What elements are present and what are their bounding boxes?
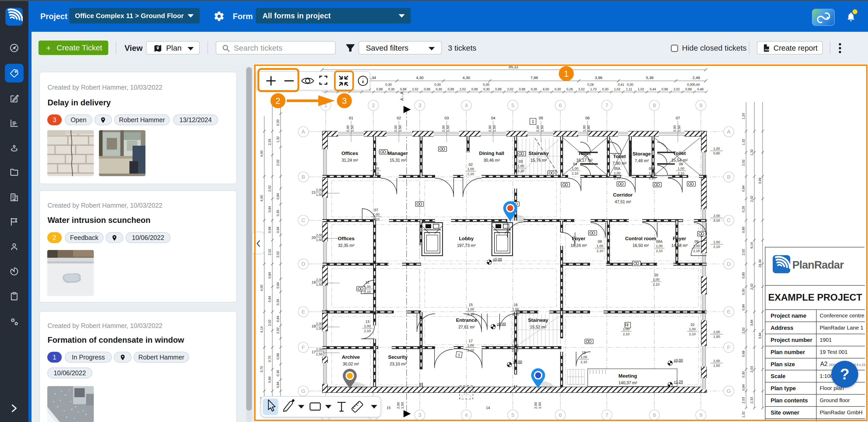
svg-text:Meeting: Meeting	[618, 373, 637, 379]
svg-text:0,99: 0,99	[685, 88, 691, 91]
svg-text:2,02: 2,02	[276, 251, 280, 258]
svg-text:2,02: 2,02	[742, 327, 745, 334]
svg-text:0,84: 0,84	[742, 384, 745, 390]
svg-text:2,10: 2,10	[512, 348, 518, 352]
svg-text:Foyer: Foyer	[572, 236, 585, 241]
svg-text:G: G	[727, 388, 731, 394]
svg-text:1,00: 1,00	[656, 244, 662, 248]
svg-text:2,10: 2,10	[364, 329, 370, 333]
svg-text:0,80: 0,80	[713, 151, 720, 155]
svg-text:1,00: 1,00	[689, 327, 695, 331]
svg-text:5: 5	[511, 412, 514, 418]
svg-text:2,10: 2,10	[653, 283, 659, 286]
svg-text:A: A	[727, 129, 731, 135]
svg-text:0,30: 0,30	[687, 83, 693, 87]
svg-text:16: 16	[514, 303, 518, 307]
svg-text:1,50: 1,50	[316, 326, 322, 330]
svg-text:23,10 m²: 23,10 m²	[390, 362, 406, 366]
svg-text:0,30: 0,30	[276, 299, 280, 305]
svg-text:1,50: 1,50	[538, 402, 542, 409]
svg-text:2,10: 2,10	[467, 312, 474, 316]
svg-text:08A: 08A	[656, 239, 663, 244]
svg-text:1,50: 1,50	[713, 335, 720, 338]
svg-text:2,02: 2,02	[742, 249, 745, 255]
svg-text:1,32: 1,32	[742, 412, 745, 418]
svg-text:47,51 m²: 47,51 m²	[615, 200, 631, 204]
svg-text:1,50: 1,50	[316, 238, 322, 242]
svg-text:2,10: 2,10	[512, 312, 519, 316]
svg-text:1,00: 1,00	[581, 355, 587, 359]
svg-text:2,10: 2,10	[596, 249, 603, 253]
svg-text:1,00: 1,00	[678, 167, 684, 170]
svg-text:D: D	[727, 261, 731, 267]
svg-text:07: 07	[676, 116, 680, 120]
svg-text:0,98: 0,98	[268, 227, 272, 233]
svg-text:1: 1	[458, 353, 460, 357]
svg-text:0,84: 0,84	[268, 206, 272, 212]
svg-text:Archive: Archive	[342, 354, 360, 360]
svg-text:2,00: 2,00	[316, 233, 322, 237]
svg-text:16,24 m²: 16,24 m²	[570, 243, 587, 248]
svg-text:B: B	[727, 174, 731, 180]
svg-text:2,00: 2,00	[534, 402, 537, 409]
svg-text:08: 08	[598, 239, 602, 244]
svg-text:0,84: 0,84	[268, 296, 272, 302]
svg-text:21: 21	[312, 190, 316, 194]
svg-text:0,44: 0,44	[650, 88, 656, 91]
svg-text:1,02: 1,02	[638, 88, 644, 91]
svg-text:1,00: 1,00	[693, 244, 700, 248]
svg-text:17: 17	[469, 339, 473, 343]
svg-text:8: 8	[653, 412, 656, 418]
svg-text:6: 6	[559, 412, 562, 418]
svg-text:24,34: 24,34	[758, 259, 762, 267]
svg-text:Offices: Offices	[338, 236, 354, 241]
svg-text:Control room: Control room	[625, 236, 656, 241]
svg-text:2,10: 2,10	[373, 218, 379, 221]
svg-text:18: 18	[513, 339, 517, 343]
svg-text:27,61 m²: 27,61 m²	[458, 325, 475, 329]
svg-text:5,38: 5,38	[646, 75, 653, 80]
svg-text:7,48 m²: 7,48 m²	[635, 159, 649, 163]
svg-text:Security: Security	[388, 354, 408, 360]
svg-text:1,00: 1,00	[653, 278, 659, 282]
svg-text:1,00: 1,00	[649, 171, 655, 175]
svg-text:Corridor: Corridor	[613, 192, 633, 198]
svg-text:14: 14	[486, 406, 490, 410]
svg-text:0,29: 0,29	[742, 206, 745, 212]
svg-text:2,02: 2,02	[750, 196, 753, 202]
svg-text:3,70: 3,70	[260, 366, 264, 372]
svg-text:1,20: 1,20	[742, 113, 745, 119]
svg-text:14,58 m²: 14,58 m²	[671, 243, 688, 248]
svg-text:2,10: 2,10	[713, 219, 720, 222]
svg-text:15: 15	[386, 406, 391, 410]
svg-text:0,85: 0,85	[742, 272, 745, 279]
svg-text:0,68: 0,68	[742, 351, 745, 357]
svg-text:E: E	[302, 309, 305, 315]
svg-text:E: E	[727, 309, 731, 315]
svg-text:2,00: 2,00	[673, 125, 677, 132]
svg-text:0,84: 0,84	[276, 316, 280, 322]
svg-text:2,10: 2,10	[656, 249, 662, 253]
svg-text:19: 19	[312, 280, 316, 284]
svg-text:1,50: 1,50	[316, 352, 322, 356]
svg-text:+1,25: +1,25	[674, 380, 683, 384]
svg-text:1,32: 1,32	[742, 139, 745, 145]
svg-text:0,30: 0,30	[742, 371, 745, 378]
svg-text:2,00: 2,00	[713, 330, 720, 334]
svg-text:15: 15	[469, 303, 473, 307]
svg-text:1,50: 1,50	[316, 283, 322, 286]
svg-text:4: 4	[465, 412, 468, 418]
svg-text:2,33: 2,33	[750, 397, 753, 403]
svg-text:0,84: 0,84	[276, 382, 280, 388]
svg-text:15,52 m²: 15,52 m²	[530, 325, 547, 329]
svg-text:30,02 m²: 30,02 m²	[343, 362, 359, 366]
svg-text:2,10: 2,10	[689, 332, 695, 336]
svg-text:9: 9	[699, 102, 703, 108]
svg-text:07: 07	[374, 208, 378, 212]
svg-text:0,84: 0,84	[268, 272, 272, 279]
svg-text:2,00: 2,00	[713, 214, 720, 218]
svg-text:2,02: 2,02	[742, 160, 745, 166]
svg-text:±0,00: ±0,00	[674, 358, 683, 362]
svg-text:8: 8	[653, 102, 656, 108]
svg-text:18: 18	[312, 324, 316, 328]
